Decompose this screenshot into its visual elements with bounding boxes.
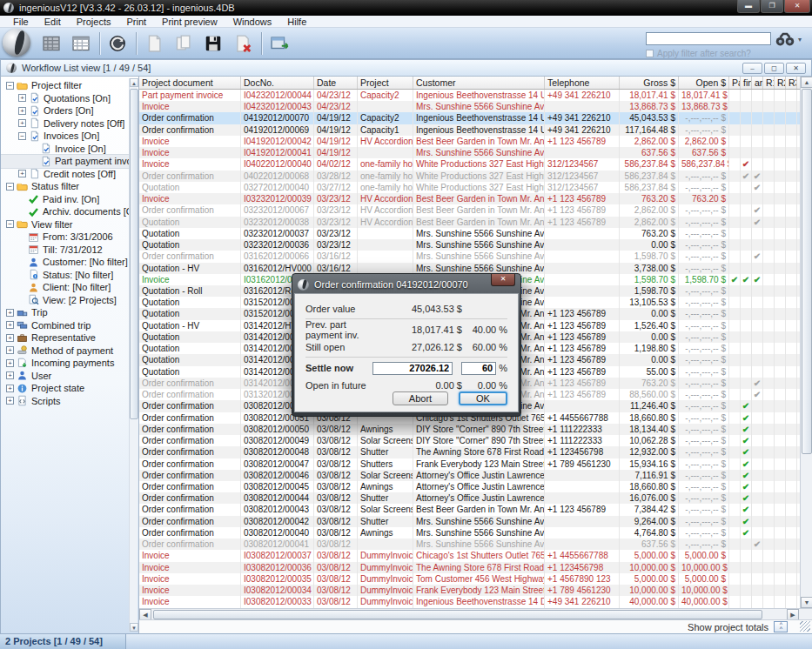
sidebar-item-archiv-documents-on[interactable]: Archiv. documents [On] bbox=[1, 205, 129, 218]
table-row[interactable]: Order confirmation03082012/0004203/08/12… bbox=[139, 516, 800, 527]
sidebar-item-delivery-notes-off[interactable]: +Delivery notes [Off] bbox=[1, 117, 129, 130]
menu-item-print-preview[interactable]: Print preview bbox=[154, 16, 225, 28]
sidebar-item-invoices-on[interactable]: −Invoices [On] bbox=[1, 130, 129, 143]
menu-item-projects[interactable]: Projects bbox=[69, 16, 119, 28]
column-header-open[interactable]: Open $ bbox=[679, 77, 729, 89]
table-row[interactable]: InvoiceI03082012/0003503/08/12DummyInvoi… bbox=[139, 573, 800, 585]
menu-item-hilfe[interactable]: Hilfe bbox=[279, 16, 314, 28]
mdi-minimize-button[interactable]: – bbox=[742, 63, 762, 74]
menu-item-edit[interactable]: Edit bbox=[37, 16, 69, 28]
expand-icon[interactable]: + bbox=[6, 397, 14, 405]
ok-button[interactable]: OK bbox=[459, 391, 507, 405]
menu-item-file[interactable]: File bbox=[5, 16, 37, 28]
scroll-up-icon[interactable]: ▲ bbox=[130, 78, 138, 87]
table-row[interactable]: Order confirmation03232012/0006703/23/12… bbox=[139, 204, 800, 216]
expand-icon[interactable]: + bbox=[18, 170, 26, 177]
vertical-scroll-thumb[interactable] bbox=[802, 89, 812, 454]
table-row[interactable]: Order confirmation03082012/0004903/08/12… bbox=[139, 435, 800, 446]
sidebar-item-project-state[interactable]: +Project state bbox=[1, 382, 129, 395]
table-row[interactable]: InvoiceI04232012/0004304/23/12Mrs. Sunsh… bbox=[139, 101, 800, 112]
expand-icon[interactable]: + bbox=[6, 371, 14, 379]
expand-icon[interactable]: + bbox=[18, 94, 26, 102]
sync-button[interactable] bbox=[104, 31, 131, 56]
copy-document-button[interactable] bbox=[171, 31, 197, 56]
table-row[interactable]: Order confirmation03082012/0004503/08/12… bbox=[139, 481, 800, 492]
table-row[interactable]: Order confirmation03082012/0004803/08/12… bbox=[139, 446, 800, 458]
minimize-button[interactable]: ▬ bbox=[737, 0, 760, 13]
expand-icon[interactable]: + bbox=[6, 346, 14, 354]
sidebar-item-user[interactable]: +User bbox=[1, 370, 129, 383]
sidebar-item-representative[interactable]: +Representative bbox=[1, 331, 129, 345]
collapse-icon[interactable]: − bbox=[6, 220, 14, 228]
mdi-close-button[interactable]: ✕ bbox=[786, 63, 806, 74]
table-row[interactable]: InvoiceI03232012/0003903/23/12HV Accordi… bbox=[139, 193, 800, 204]
table-row[interactable]: Order confirmation03082012/0004003/08/12… bbox=[139, 527, 800, 539]
table-row[interactable]: Order confirmation03082012/0004403/08/12… bbox=[139, 492, 800, 504]
expand-icon[interactable]: + bbox=[6, 385, 14, 392]
binoculars-search-icon[interactable] bbox=[775, 30, 795, 48]
new-document-button[interactable] bbox=[141, 31, 167, 56]
sidebar-item-customer-no-filter[interactable]: Customer: [No filter] bbox=[1, 256, 129, 269]
table-row[interactable]: Order confirmation04192012/0006904/19/12… bbox=[139, 124, 800, 136]
sidebar-item-paid-inv-on[interactable]: Paid inv. [On] bbox=[1, 193, 129, 206]
column-header-docno[interactable]: DocNo. bbox=[241, 77, 314, 89]
table-row[interactable]: Order confirmation04022012/0006803/28/12… bbox=[139, 171, 800, 182]
table-horizontal-scrollbar[interactable]: ◀ ▶ bbox=[139, 608, 812, 619]
column-header-r2[interactable]: R2 bbox=[775, 77, 786, 89]
column-header-gross[interactable]: Gross $ bbox=[620, 77, 679, 89]
export-window-button[interactable] bbox=[266, 31, 292, 56]
column-header-fin[interactable]: fin. bbox=[741, 77, 752, 89]
table-row[interactable]: Order confirmation03082012/0004103/08/12… bbox=[139, 539, 800, 550]
collapse-icon[interactable]: − bbox=[6, 183, 14, 191]
expand-icon[interactable]: + bbox=[6, 309, 14, 317]
expand-icon[interactable]: + bbox=[6, 334, 14, 342]
horizontal-scroll-thumb[interactable] bbox=[153, 610, 762, 619]
sidebar-item-from-3-31-2006[interactable]: From: 3/31/2006 bbox=[1, 231, 129, 244]
table-vertical-scrollbar[interactable]: ▲ ▼ bbox=[800, 77, 812, 608]
collapse-icon[interactable]: − bbox=[6, 82, 14, 90]
table-row[interactable]: Order confirmation03162012/0006603/16/12… bbox=[139, 251, 800, 262]
table-row[interactable]: Order confirmation03082012/0004603/08/12… bbox=[139, 470, 800, 481]
sidebar-item-client-no-filter[interactable]: Client: [No filter] bbox=[1, 281, 129, 294]
table-row[interactable]: Quotation - HV03162012/HV00003/16/12Mrs.… bbox=[139, 263, 800, 274]
sidebar-item-view-filter[interactable]: −View filter bbox=[1, 218, 129, 231]
delete-document-button[interactable] bbox=[230, 31, 256, 56]
collapse-icon[interactable]: − bbox=[18, 132, 26, 140]
apply-filter-checkbox[interactable] bbox=[646, 50, 654, 57]
sidebar-item-orders-on[interactable]: +Orders [On] bbox=[1, 104, 129, 117]
column-header-phone[interactable]: Telephone bbox=[545, 77, 620, 89]
sidebar-item-status-filter[interactable]: −Status filter bbox=[1, 180, 129, 193]
sidebar-item-status-no-filter[interactable]: Status: [No filter] bbox=[1, 269, 129, 282]
sidebar-item-method-of-payment[interactable]: +Method of payment bbox=[1, 345, 129, 358]
sidebar-item-combined-trip[interactable]: +Combined trip bbox=[1, 319, 129, 332]
sidebar-item-till-7-31-2012[interactable]: Till: 7/31/2012 bbox=[1, 244, 129, 257]
scroll-down-icon[interactable]: ▼ bbox=[801, 597, 812, 608]
menu-item-windows[interactable]: Windows bbox=[225, 16, 280, 28]
maximize-button[interactable]: ❐ bbox=[761, 0, 783, 13]
search-options-caret-icon[interactable]: ▾ bbox=[798, 36, 802, 43]
column-header-date[interactable]: Date bbox=[314, 77, 358, 89]
scroll-up-icon[interactable]: ▲ bbox=[801, 77, 812, 88]
resize-grip[interactable] bbox=[800, 621, 810, 632]
table-row[interactable]: Quotation03232012/0003603/23/12Mrs. Suns… bbox=[139, 239, 800, 251]
table-row[interactable]: Part payment invoiceI04232012/0004404/23… bbox=[139, 90, 800, 101]
table-row[interactable]: Order confirmation03082012/0004703/08/12… bbox=[139, 458, 800, 470]
column-header-arc[interactable]: arc bbox=[752, 77, 763, 89]
table-row[interactable]: Quotation03272012/0004003/27/12one-famil… bbox=[139, 182, 800, 193]
column-header-doc[interactable]: Project document bbox=[139, 77, 241, 89]
app-logo-button[interactable] bbox=[3, 29, 30, 57]
table-row[interactable]: InvoiceI03082012/0003303/08/12DummyInvoi… bbox=[139, 596, 800, 607]
column-header-r3[interactable]: R3 bbox=[786, 77, 797, 89]
column-header-project[interactable]: Project bbox=[358, 77, 413, 89]
sidebar-item-project-filter[interactable]: −Project filter bbox=[1, 79, 129, 92]
settle-amount-input[interactable] bbox=[372, 362, 453, 375]
column-header-r1[interactable]: R1 bbox=[763, 77, 775, 89]
table-row[interactable]: Quotation03232012/0003803/23/12HV Accord… bbox=[139, 217, 800, 228]
abort-button[interactable]: Abort bbox=[393, 391, 448, 405]
sidebar-scroll-thumb[interactable] bbox=[130, 89, 138, 419]
table-row[interactable]: InvoiceI03082012/0003603/08/12DummyInvoi… bbox=[139, 562, 800, 573]
table-row[interactable]: InvoiceI04022012/0004004/02/12one-family… bbox=[139, 158, 800, 170]
search-input[interactable] bbox=[646, 32, 771, 45]
settle-percent-input[interactable] bbox=[461, 362, 496, 375]
table-row[interactable]: InvoiceI04192012/0004204/19/12HV Accordi… bbox=[139, 136, 800, 147]
